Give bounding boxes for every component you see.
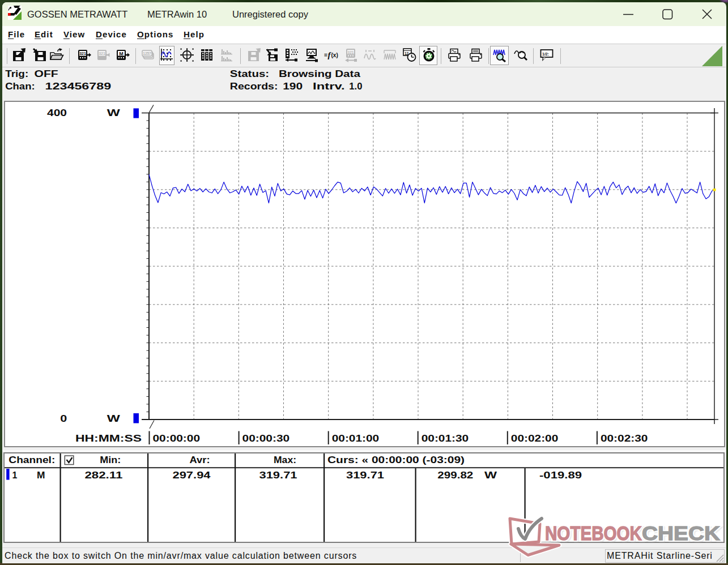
svg-text:299.82: 299.82	[437, 470, 473, 480]
svg-text:190: 190	[283, 82, 303, 91]
svg-text:00:02:30: 00:02:30	[601, 434, 648, 443]
svg-text:(x): (x)	[331, 52, 338, 58]
svg-text:Avr:: Avr:	[190, 455, 210, 465]
svg-text:NOTEBOOK: NOTEBOOK	[545, 522, 642, 544]
svg-text:1.0: 1.0	[349, 82, 362, 91]
svg-text:M: M	[37, 470, 45, 480]
svg-text:1: 1	[12, 470, 18, 480]
svg-text:W: W	[107, 108, 121, 118]
svg-text:Channel:: Channel:	[8, 455, 55, 465]
svg-text:Trig:: Trig:	[5, 69, 28, 79]
svg-text:00:02:00: 00:02:00	[511, 434, 559, 443]
svg-text:321: 321	[79, 52, 86, 55]
svg-text:00:00:00: 00:00:00	[153, 434, 201, 443]
svg-text:Max:: Max:	[274, 455, 296, 465]
svg-text:HH:MM:SS: HH:MM:SS	[75, 434, 142, 443]
svg-text:-019.89: -019.89	[539, 470, 582, 480]
svg-text:1/2:: 1/2:	[542, 52, 549, 56]
svg-text:Records:: Records:	[230, 82, 278, 91]
svg-text:00:00:30: 00:00:30	[242, 434, 290, 443]
svg-text:123456789: 123456789	[45, 82, 112, 91]
svg-text:W: W	[484, 470, 497, 480]
svg-text:321: 321	[348, 50, 354, 54]
svg-text:Min:: Min:	[100, 455, 121, 465]
svg-text:319.71: 319.71	[346, 470, 384, 480]
svg-text:M: M	[119, 51, 124, 57]
svg-text:1257: 1257	[143, 52, 151, 55]
svg-text:0: 0	[60, 414, 67, 423]
svg-text:=: =	[324, 52, 327, 58]
svg-text:321: 321	[99, 52, 105, 55]
svg-text:00:01:30: 00:01:30	[422, 434, 469, 443]
svg-text:Browsing Data: Browsing Data	[279, 69, 360, 79]
svg-text:Chan:: Chan:	[5, 82, 35, 91]
svg-text:W: W	[107, 414, 121, 423]
svg-text:297.94: 297.94	[173, 470, 211, 480]
svg-text:282.11: 282.11	[84, 470, 122, 480]
svg-text:00:01:00: 00:01:00	[332, 434, 380, 443]
svg-text:OFF: OFF	[35, 69, 58, 79]
svg-text:Status:: Status:	[230, 69, 269, 79]
svg-text:319.71: 319.71	[259, 470, 297, 480]
svg-text:Intrv.: Intrv.	[313, 82, 345, 91]
svg-text:Curs: « 00:00:00 (-03:09): Curs: « 00:00:00 (-03:09)	[327, 455, 465, 465]
svg-text:CHECK: CHECK	[642, 522, 720, 544]
svg-text:400: 400	[47, 108, 67, 118]
